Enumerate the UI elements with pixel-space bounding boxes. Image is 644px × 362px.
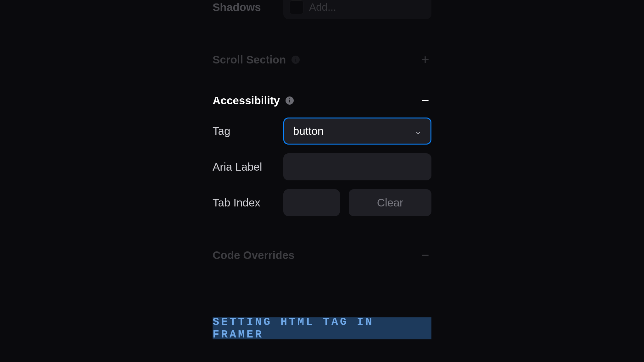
tab-index-input[interactable] <box>283 189 340 216</box>
code-overrides-header[interactable]: Code Overrides − <box>200 243 444 268</box>
shadows-add-placeholder: Add... <box>309 1 336 13</box>
chevron-down-icon: ⌄ <box>414 126 422 136</box>
aria-label-row: Aria Label <box>200 149 444 185</box>
shadows-row: Shadows Add... <box>200 0 444 19</box>
shadow-swatch-icon <box>290 0 303 14</box>
info-icon[interactable]: i <box>286 96 294 105</box>
minus-icon[interactable]: − <box>419 94 431 107</box>
tag-row: Tag button ⌄ <box>200 113 444 149</box>
code-overrides-section: Code Overrides − <box>200 243 444 268</box>
scroll-section: Scroll Section i + <box>200 47 444 72</box>
tab-index-row: Tab Index Clear <box>200 185 444 221</box>
code-overrides-title-group: Code Overrides <box>213 249 295 261</box>
minus-icon[interactable]: − <box>419 248 431 262</box>
accessibility-section: Accessibility i − Tag button ⌄ Aria Labe… <box>200 88 444 221</box>
shadows-add-field[interactable]: Add... <box>283 0 431 19</box>
tag-select-value: button <box>293 125 324 137</box>
tab-index-label: Tab Index <box>213 196 277 209</box>
aria-label-input[interactable] <box>283 153 431 180</box>
clear-button[interactable]: Clear <box>349 189 431 216</box>
aria-label-label: Aria Label <box>213 161 277 173</box>
tag-select[interactable]: button ⌄ <box>283 118 431 145</box>
caption-banner: SETTING HTML TAG IN FRAMER <box>213 317 431 339</box>
shadows-label: Shadows <box>213 1 277 14</box>
plus-icon[interactable]: + <box>419 53 431 67</box>
tab-index-controls: Clear <box>283 189 431 216</box>
code-overrides-title: Code Overrides <box>213 249 295 261</box>
tag-label: Tag <box>213 125 277 137</box>
accessibility-section-header[interactable]: Accessibility i − <box>200 88 444 113</box>
properties-panel: Shadows Add... Scroll Section i + Access… <box>200 0 444 339</box>
accessibility-title-group: Accessibility i <box>213 94 294 107</box>
info-icon[interactable]: i <box>291 56 300 64</box>
scroll-section-title: Scroll Section <box>213 53 286 66</box>
scroll-section-title-group: Scroll Section i <box>213 53 300 66</box>
scroll-section-header[interactable]: Scroll Section i + <box>200 47 444 72</box>
accessibility-title: Accessibility <box>213 94 280 107</box>
